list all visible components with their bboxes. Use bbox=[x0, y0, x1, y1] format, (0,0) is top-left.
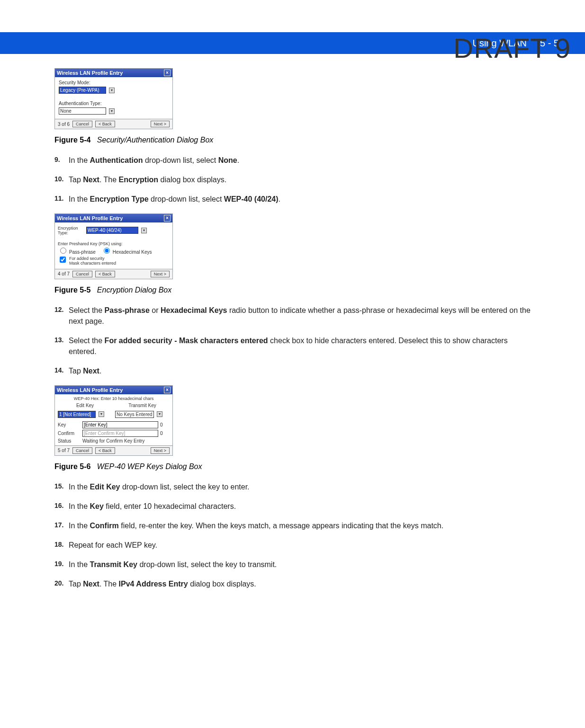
step-10-number: 10. bbox=[54, 174, 69, 185]
transmitkey-header: Transmit Key bbox=[115, 403, 170, 408]
confirm-label: Confirm bbox=[58, 431, 81, 436]
t: Next bbox=[83, 176, 99, 184]
fig4-label: Figure 5-4 bbox=[54, 136, 90, 144]
step-10-text: Tap Next. The Encryption dialog box disp… bbox=[69, 174, 531, 185]
dropdown-arrow-icon[interactable]: ▾ bbox=[99, 411, 104, 417]
fig5-caption-text: Encryption Dialog Box bbox=[97, 286, 171, 294]
t: Edit Key bbox=[90, 483, 120, 491]
step-19-number: 19. bbox=[54, 559, 69, 570]
step-19-text: In the Transmit Key drop-down list, sele… bbox=[69, 559, 531, 570]
t: In the bbox=[69, 156, 90, 164]
figure-5-4-caption: Figure 5-4 Security/Authentication Dialo… bbox=[54, 136, 531, 144]
step-14-number: 14. bbox=[54, 365, 69, 376]
dialog2-step: 4 of 7 bbox=[58, 271, 70, 276]
t: In the bbox=[69, 483, 90, 491]
t: Next bbox=[83, 367, 99, 375]
next-button[interactable]: Next > bbox=[151, 447, 170, 454]
close-icon[interactable]: × bbox=[164, 387, 171, 393]
dropdown-arrow-icon[interactable]: ▾ bbox=[109, 88, 115, 93]
security-mode-select[interactable]: Legacy (Pre-WPA) bbox=[59, 87, 106, 94]
passphrase-radio-input[interactable] bbox=[60, 248, 66, 254]
t: Tap bbox=[69, 176, 83, 184]
fig6-caption-text: WEP-40 WEP Keys Dialog Box bbox=[97, 462, 202, 471]
step-16-number: 16. bbox=[54, 501, 69, 512]
t: Tap bbox=[69, 580, 83, 588]
step-14-text: Tap Next. bbox=[69, 365, 531, 376]
step-13-number: 13. bbox=[54, 335, 69, 357]
t: Confirm bbox=[90, 522, 118, 530]
hexkeys-radio[interactable]: Hexadecimal Keys bbox=[101, 246, 152, 255]
step-15-text: In the Edit Key drop-down list, select t… bbox=[69, 481, 531, 492]
t: field, enter 10 hexadecimal characters. bbox=[104, 502, 236, 510]
wep-hint: WEP-40 Hex: Enter 10 hexadecimal chars bbox=[58, 396, 170, 401]
figure-5-5-caption: Figure 5-5 Encryption Dialog Box bbox=[54, 286, 531, 294]
t: Encryption bbox=[119, 176, 159, 184]
step-20-text: Tap Next. The IPv4 Address Entry dialog … bbox=[69, 578, 531, 589]
t: Pass-phrase bbox=[105, 306, 150, 314]
t: WEP-40 (40/24) bbox=[224, 195, 279, 203]
encryption-dialog: Wireless LAN Profile Entry × Encryption … bbox=[54, 213, 173, 279]
step-17-number: 17. bbox=[54, 520, 69, 531]
t: None bbox=[218, 156, 237, 164]
cancel-button[interactable]: Cancel bbox=[72, 121, 92, 127]
close-icon[interactable]: × bbox=[164, 215, 171, 222]
editkey-header: Edit Key bbox=[58, 403, 112, 408]
back-button[interactable]: < Back bbox=[95, 121, 115, 127]
key-field[interactable] bbox=[82, 421, 158, 428]
step-16-text: In the Key field, enter 10 hexadecimal c… bbox=[69, 501, 531, 512]
encryption-type-select[interactable]: WEP-40 (40/24) bbox=[86, 227, 138, 234]
dropdown-arrow-icon[interactable]: ▾ bbox=[109, 108, 115, 114]
auth-type-label: Authentication Type: bbox=[59, 101, 169, 106]
step-13-text: Select the For added security - Mask cha… bbox=[69, 335, 531, 357]
t: Authentication bbox=[90, 156, 143, 164]
t: For added security - Mask characters ent… bbox=[105, 337, 268, 345]
encryption-type-label: Encryption Type: bbox=[58, 226, 84, 235]
mask-chars-checkbox[interactable] bbox=[60, 257, 66, 263]
dropdown-arrow-icon[interactable]: ▾ bbox=[157, 411, 162, 417]
passphrase-radio[interactable]: Pass-phrase bbox=[58, 246, 96, 255]
confirm-field[interactable] bbox=[82, 430, 158, 437]
hexkeys-radio-input[interactable] bbox=[104, 248, 110, 254]
t: Pass-phrase bbox=[69, 249, 96, 255]
dropdown-arrow-icon[interactable]: ▾ bbox=[141, 228, 147, 233]
step-11-text: In the Encryption Type drop-down list, s… bbox=[69, 194, 531, 204]
t: . bbox=[237, 156, 239, 164]
dialog3-step: 5 of 7 bbox=[58, 448, 70, 453]
next-button[interactable]: Next > bbox=[151, 121, 170, 127]
draft-watermark: DRAFT 9 bbox=[453, 32, 571, 64]
back-button[interactable]: < Back bbox=[95, 447, 115, 454]
editkey-select[interactable]: 1 [Not Entered] bbox=[58, 411, 96, 418]
dialog2-title: Wireless LAN Profile Entry bbox=[57, 215, 123, 221]
t: dialog box displays. bbox=[158, 176, 226, 184]
cancel-button[interactable]: Cancel bbox=[72, 447, 92, 454]
security-mode-label: Security Mode: bbox=[59, 80, 169, 85]
confirm-count: 0 bbox=[160, 431, 170, 436]
t: . bbox=[279, 195, 280, 203]
step-17-text: In the Confirm field, re-enter the key. … bbox=[69, 520, 531, 531]
t: drop-down list, select the key to enter. bbox=[120, 483, 250, 491]
fig5-label: Figure 5-5 bbox=[54, 286, 90, 294]
t: In the bbox=[69, 195, 90, 203]
dialog1-step: 3 of 6 bbox=[58, 122, 70, 127]
dialog3-title: Wireless LAN Profile Entry bbox=[57, 387, 123, 393]
auth-type-select[interactable]: None bbox=[59, 107, 106, 115]
step-12-number: 12. bbox=[54, 305, 69, 327]
cancel-button[interactable]: Cancel bbox=[72, 271, 92, 277]
t: drop-down list, select the key to transm… bbox=[137, 560, 277, 568]
status-value: Waiting for Confirm Key Entry bbox=[82, 438, 170, 444]
close-icon[interactable]: × bbox=[164, 70, 171, 76]
key-label: Key bbox=[58, 422, 81, 427]
t: . bbox=[99, 367, 101, 375]
t: dialog box displays. bbox=[188, 580, 256, 588]
t: . The bbox=[99, 580, 119, 588]
step-20-number: 20. bbox=[54, 578, 69, 589]
t: Hexadecimal Keys bbox=[161, 306, 227, 314]
next-button[interactable]: Next > bbox=[151, 271, 170, 277]
back-button[interactable]: < Back bbox=[95, 271, 115, 277]
t: or bbox=[150, 306, 161, 314]
psk-label: Enter Preshared Key (PSK) using: bbox=[58, 241, 170, 246]
t: In the bbox=[69, 560, 90, 568]
transmitkey-select[interactable]: No Keys Entered bbox=[115, 411, 154, 418]
wep-keys-dialog: Wireless LAN Profile Entry × WEP-40 Hex:… bbox=[54, 385, 173, 456]
dialog1-title: Wireless LAN Profile Entry bbox=[57, 70, 123, 76]
